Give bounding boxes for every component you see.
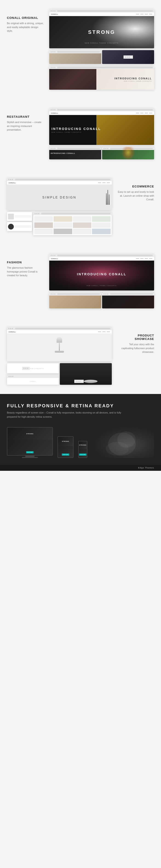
nav-logo: CONALL [51, 113, 58, 114]
dot [8, 328, 9, 329]
dot [51, 255, 52, 256]
browser-restaurant-main: CONALL INTRODUCING CONALL NEW CONALL THE… [49, 108, 154, 145]
section-title-ecommerce: ECOMMERCE [117, 185, 154, 188]
dot [103, 293, 105, 294]
section-title-showcase: PRODUCT SHOWCASE [117, 334, 154, 341]
device-desktop: STRONG EXPLORE [7, 427, 53, 456]
section-desc-restaurant: Stylish and immersive – create an inspir… [7, 120, 44, 132]
product-grid-row [7, 212, 112, 235]
intro-conall-text: INTRODUCING CONALL [115, 77, 152, 80]
dot [51, 67, 52, 68]
nav-link-1 [136, 14, 139, 14]
showcase-row: NEW CONCEPTS CONALL [7, 363, 112, 385]
brand-name: Edge Themes [138, 467, 154, 469]
section-text-ecommerce: ECOMMERCE Easy to set up and lovely to l… [117, 178, 154, 202]
grid-item [34, 216, 53, 222]
url-bar [41, 213, 110, 214]
hero-text: STRONG [88, 29, 115, 35]
section-text-restaurant: RESTAURANT Stylish and immersive – creat… [7, 108, 44, 132]
dot [36, 213, 37, 214]
dot [103, 148, 105, 149]
section-product-showcase: PRODUCT SHOWCASE Tell your story with th… [0, 318, 161, 394]
desktop-hero-text: STRONG [26, 433, 34, 434]
intro-sub: NEW CONALL THEME CONCEPTS [52, 131, 101, 133]
banner-description: Beauty regardless of screen size – Conal… [7, 411, 122, 419]
phone-cta-btn: EXPLORE [79, 454, 87, 456]
dot [76, 381, 77, 382]
browser-bar [49, 254, 154, 257]
dot [34, 213, 36, 214]
desktop-hero: STRONG [7, 428, 53, 440]
nav-link [102, 182, 105, 183]
product-area: SIMPLE DESIGN [18, 195, 101, 199]
browser-bar-sm [102, 292, 154, 296]
dot [54, 148, 56, 149]
bottom-banner: FULLY RESPONSIVE & RETINA READY Beauty r… [0, 394, 161, 465]
grid-item [54, 216, 72, 222]
nav-links [136, 113, 152, 114]
section-fashion: FASHION The glamorous fashion homepage p… [0, 245, 161, 318]
face-image [49, 69, 96, 90]
nav-link [102, 332, 105, 332]
url-bar [110, 293, 153, 295]
pens-decoration [106, 190, 109, 205]
browser-showcase-top: NEW CONCEPTS [7, 363, 59, 373]
dot [77, 381, 79, 382]
nav-links [98, 182, 110, 183]
section-title-fashion: FASHION [7, 260, 44, 264]
dot [54, 67, 56, 68]
nav-link [140, 258, 143, 259]
browser-url-bar [57, 10, 153, 12]
section-screens-ecommerce: CONALL SIMPLE DESIGN [7, 178, 112, 235]
grid-item [54, 222, 72, 228]
grid-item [34, 228, 53, 234]
nav-link [149, 258, 152, 259]
section-ecommerce: ECOMMERCE Easy to set up and lovely to l… [0, 168, 161, 245]
face-overlay: INTRODUCING CONALL NEW CONALL THEME CONC… [115, 77, 152, 82]
dot [12, 179, 13, 180]
footer: Edge Themes [0, 465, 161, 471]
dot [51, 293, 52, 294]
browser-dot-green [54, 10, 56, 11]
browser-bar-sm [33, 212, 112, 215]
browser-fashion-main: CONALL INTRODUCING CONALL NEW CONALL THE… [49, 254, 154, 290]
nav-logo: CONALL [9, 182, 16, 184]
dot [51, 148, 52, 149]
browser-bar [49, 66, 154, 69]
tablet-cta-btn: EXPLORE [62, 454, 69, 456]
nav-links [136, 14, 152, 14]
url-bar [15, 328, 110, 329]
product-title: SIMPLE DESIGN [18, 195, 101, 199]
browser-dot-yellow [53, 10, 54, 11]
dot [54, 293, 56, 294]
device-showcase: STRONG EXPLORE STRONG EXPLORE STRONG [7, 426, 154, 458]
restaurant-hero-screen: INTRODUCING CONALL NEW CONALL THEME CONC… [49, 115, 154, 145]
url-bar [57, 293, 100, 295]
browser-bar [7, 178, 112, 181]
browser-showcase-watch [60, 363, 112, 385]
dot [25, 368, 27, 369]
browser-nav: CONALL [49, 111, 154, 115]
dot [54, 255, 56, 256]
line [15, 226, 31, 226]
nav-logo: CONALL [51, 13, 58, 15]
footer-brand: Edge Themes [7, 467, 154, 469]
fashion-intro-title: INTRODUCING CONALL [77, 272, 127, 276]
dot [53, 51, 54, 53]
nav-link-3 [145, 14, 148, 14]
nav-link-2 [140, 14, 143, 14]
lamp-neck [59, 343, 60, 351]
nav-link [107, 182, 110, 183]
pen-2 [107, 190, 108, 205]
section-conall-original: CONALL ORIGINAL Be original with a stron… [0, 0, 161, 99]
browser-bar-sm [49, 292, 101, 296]
fashion-sub: NEW CONALL THEME CONCEPTS [87, 285, 117, 286]
product-icon-2 [8, 224, 14, 229]
browser-dark-intro: INTRODUCING CONALL [49, 147, 101, 159]
browser-bar-sm [49, 147, 101, 150]
dot [53, 67, 54, 68]
section-text-fashion: FASHION The glamorous fashion homepage p… [7, 254, 44, 277]
url-bar [57, 51, 100, 53]
browser-conall-face: INTRODUCING CONALL NEW CONALL THEME CONC… [49, 66, 154, 90]
product-card-2 [7, 222, 32, 231]
